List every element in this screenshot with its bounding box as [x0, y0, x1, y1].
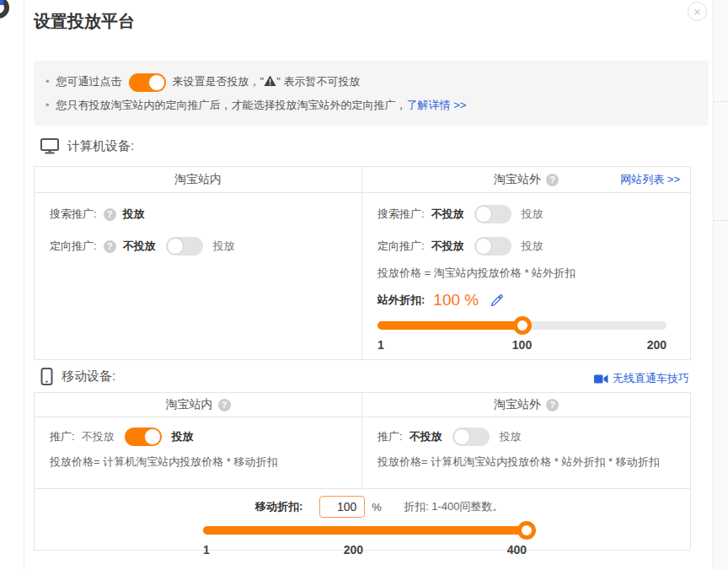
- state-on-label: 投放: [500, 429, 522, 444]
- mobile-slider-labels: 1 200 400: [203, 541, 530, 558]
- state-off-label: 不投放: [82, 429, 115, 444]
- mobile-offsite-promo-row: 推广: 不投放 投放: [377, 428, 675, 446]
- toggle-knob: [475, 206, 492, 223]
- computer-onsite-cell: 搜索推广: ? 投放 定向推广: ? 不投放 投放: [35, 193, 362, 361]
- computer-offsite-search-row: 搜索推广: 不投放 投放: [377, 205, 675, 223]
- slider-mid-label: 100: [512, 338, 532, 352]
- offsite-discount-label: 站外折扣:: [377, 293, 425, 308]
- search-promo-label: 搜索推广:: [50, 207, 97, 222]
- state-off-label: 不投放: [410, 429, 442, 444]
- mobile-onsite-cell: 推广: 不投放 投放 投放价格= 计算机淘宝站内投放价格 * 移动折扣: [35, 417, 362, 488]
- percent-unit: %: [372, 501, 382, 514]
- offsite-discount-slider: [377, 316, 666, 335]
- warning-icon: [264, 75, 276, 87]
- slider-track[interactable]: [203, 526, 530, 535]
- promo-label: 推广:: [377, 429, 403, 444]
- help-icon[interactable]: ?: [104, 240, 116, 253]
- mobile-discount-slider: [203, 521, 530, 540]
- state-off-label: 不投放: [431, 207, 464, 222]
- state-on-label: 投放: [172, 429, 194, 444]
- computer-onsite-target-row: 定向推广: ? 不投放 投放: [50, 237, 346, 255]
- bullet-icon: •: [46, 75, 50, 88]
- computer-offsite-target-row: 定向推广: 不投放 投放: [377, 237, 675, 255]
- discount-range-hint: 折扣: 1-400间整数。: [404, 499, 503, 514]
- mobile-onsite-price-formula: 投放价格= 计算机淘宝站内投放价格 * 移动折扣: [50, 454, 346, 470]
- mobile-discount-input[interactable]: [319, 496, 365, 518]
- page-title: 设置投放平台: [34, 10, 135, 33]
- notice-line-2: •您只有投放淘宝站内的定向推广后，才能选择投放淘宝站外的定向推广，了解详情 >>: [46, 95, 695, 116]
- notice-box: •您可通过点击来设置是否投放，"" 表示暂不可投放 •您只有投放淘宝站内的定向推…: [34, 61, 709, 126]
- help-icon[interactable]: ?: [546, 174, 559, 186]
- computer-offsite-header: 淘宝站外 ? 网站列表 >>: [362, 167, 690, 192]
- background-page-strip: [713, 0, 728, 570]
- state-off-label: 不投放: [123, 239, 156, 254]
- slider-min-label: 1: [203, 543, 210, 557]
- header-label: 淘宝站内: [174, 172, 222, 187]
- notice-text: 来设置是否投放，": [173, 75, 265, 88]
- mobile-offsite-header: 淘宝站外 ?: [362, 393, 690, 417]
- promo-label: 推广:: [50, 429, 75, 444]
- search-promo-label: 搜索推广:: [377, 207, 425, 222]
- computer-offsite-cell: 搜索推广: 不投放 投放 定向推广: 不投放 投放 投放价格 = 淘宝站内投放价…: [362, 193, 690, 361]
- mobile-discount-label: 移动折扣:: [255, 499, 302, 514]
- slider-max-label: 400: [507, 543, 527, 557]
- toggle-knob: [475, 238, 492, 255]
- notice-text: 您只有投放淘宝站内的定向推广后，才能选择投放淘宝站外的定向推广，: [56, 99, 407, 111]
- header-label: 淘宝站外: [494, 172, 541, 187]
- phone-icon: [40, 368, 53, 385]
- mobile-section-title: 移动设备:: [62, 368, 115, 384]
- mobile-discount-row: 移动折扣: % 折扣: 1-400间整数。 1 200 400: [35, 489, 690, 558]
- slider-handle[interactable]: [517, 521, 536, 540]
- mobile-offsite-promo-toggle[interactable]: [452, 428, 490, 446]
- slider-fill: [203, 526, 530, 535]
- offsite-slider-labels: 1 100 200: [377, 336, 666, 353]
- computer-table: 淘宝站内 淘宝站外 ? 网站列表 >> 搜索推广: ? 投放 定向推广: ? 不…: [34, 166, 691, 360]
- wireless-tips-link[interactable]: 无线直通车技巧: [594, 371, 689, 386]
- header-label: 淘宝站外: [494, 397, 541, 412]
- notice-text: " 表示暂不可投放: [276, 75, 360, 88]
- computer-onsite-header: 淘宝站内: [35, 167, 362, 192]
- state-on-label: 投放: [522, 207, 543, 222]
- computer-onsite-target-toggle[interactable]: [166, 237, 203, 255]
- help-icon[interactable]: ?: [546, 399, 559, 411]
- mobile-offsite-cell: 推广: 不投放 投放 投放价格= 计算机淘宝站内投放价格 * 站外折扣 * 移动…: [362, 417, 690, 488]
- edit-pencil-icon[interactable]: [490, 294, 503, 307]
- slider-fill: [377, 321, 522, 330]
- help-icon[interactable]: ?: [104, 208, 116, 221]
- toggle-knob: [167, 238, 184, 255]
- header-label: 淘宝站内: [166, 397, 213, 412]
- mobile-section-header: 移动设备:: [40, 368, 115, 385]
- state-on-label: 投放: [522, 239, 543, 254]
- slider-min-label: 1: [377, 338, 384, 352]
- slider-mid-label: 200: [344, 543, 363, 557]
- notice-line-1: •您可通过点击来设置是否投放，"" 表示暂不可投放: [46, 72, 695, 92]
- toggle-knob: [453, 428, 470, 445]
- mobile-onsite-promo-toggle[interactable]: [125, 428, 162, 446]
- offsite-price-formula: 投放价格 = 淘宝站内投放价格 * 站外折扣: [377, 266, 675, 281]
- toggle-knob: [148, 74, 165, 91]
- computer-offsite-target-toggle[interactable]: [474, 237, 511, 255]
- demo-toggle[interactable]: [129, 73, 166, 92]
- mobile-offsite-price-formula: 投放价格= 计算机淘宝站内投放价格 * 站外折扣 * 移动折扣: [377, 454, 675, 470]
- monitor-icon: [40, 138, 59, 154]
- slider-max-label: 200: [647, 338, 666, 352]
- toggle-knob: [144, 428, 161, 445]
- computer-table-header: 淘宝站内 淘宝站外 ? 网站列表 >>: [35, 167, 690, 193]
- dialog-left-border: [24, 0, 24, 570]
- mobile-table-header: 淘宝站内 ? 淘宝站外 ?: [35, 393, 690, 417]
- slider-handle[interactable]: [513, 316, 532, 335]
- state-off-label: 不投放: [431, 239, 464, 254]
- computer-offsite-search-toggle[interactable]: [474, 205, 511, 223]
- bullet-icon: •: [46, 99, 50, 111]
- close-button[interactable]: ×: [688, 2, 707, 21]
- computer-section-header: 计算机设备:: [40, 138, 134, 154]
- search-promo-value: 投放: [123, 207, 145, 222]
- mobile-onsite-promo-row: 推广: 不投放 投放: [50, 428, 346, 446]
- video-camera-icon: [594, 374, 608, 384]
- help-icon[interactable]: ?: [218, 399, 231, 411]
- website-list-link[interactable]: 网站列表 >>: [620, 167, 680, 192]
- target-promo-label: 定向推广:: [50, 239, 97, 254]
- set-platform-dialog: × 设置投放平台 •您可通过点击来设置是否投放，"" 表示暂不可投放 •您只有投…: [0, 0, 728, 570]
- close-icon: ×: [693, 4, 701, 19]
- learn-more-link[interactable]: 了解详情 >>: [407, 99, 467, 111]
